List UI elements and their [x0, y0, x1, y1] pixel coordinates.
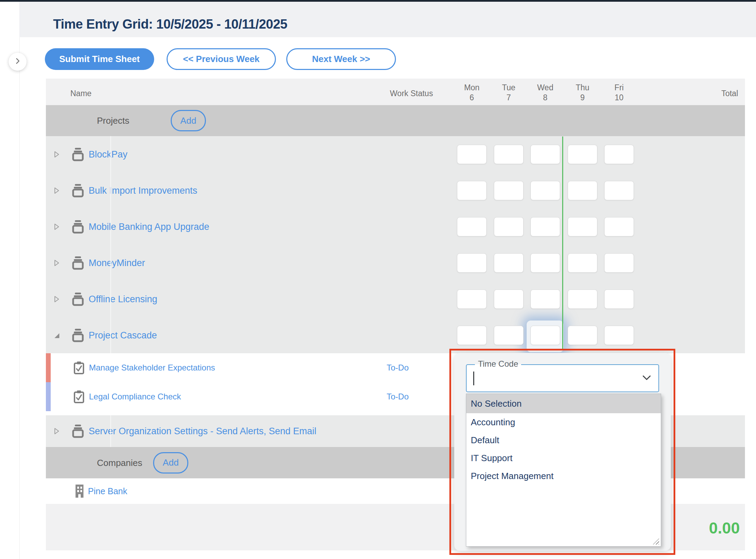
hours-input[interactable]: [530, 217, 560, 236]
hours-input[interactable]: [530, 326, 560, 345]
project-row-mobile-banking-app-upgrade: Mobile Banking App Upgrade: [46, 209, 745, 245]
hours-input[interactable]: [530, 145, 560, 164]
page-title: Time Entry Grid: 10/5/2025 - 10/11/2025: [53, 17, 287, 32]
hours-input[interactable]: [568, 145, 597, 164]
day-date: 6: [457, 93, 487, 103]
hours-input[interactable]: [457, 326, 487, 345]
hours-input[interactable]: [530, 289, 560, 309]
hours-input[interactable]: [568, 289, 597, 309]
time-code-label: Time Code: [475, 359, 521, 369]
hours-input[interactable]: [530, 181, 560, 200]
day-header-mon: Mon6: [457, 83, 487, 103]
hours-input[interactable]: [494, 253, 524, 273]
column-header-work-status: Work Status: [377, 89, 446, 98]
project-link[interactable]: Bulk Import Improvements: [89, 185, 197, 196]
hours-input[interactable]: [457, 145, 487, 164]
resize-handle-icon[interactable]: [653, 538, 659, 545]
project-icon: [71, 148, 84, 161]
hours-input[interactable]: [568, 181, 597, 200]
project-row-bulk-import-improvements: Bulk Import Improvements: [46, 172, 745, 209]
chevron-down-icon[interactable]: [642, 375, 651, 382]
project-row-moneyminder: MoneyMinder: [46, 245, 745, 281]
expand-toggle-icon[interactable]: [53, 259, 60, 267]
hours-input[interactable]: [457, 289, 487, 309]
task-color-bar: [46, 353, 51, 382]
hours-input[interactable]: [568, 326, 597, 345]
day-header-thu: Thu9: [568, 83, 597, 103]
previous-week-button[interactable]: << Previous Week: [167, 48, 276, 70]
expand-toggle-icon[interactable]: [53, 427, 60, 435]
hours-input[interactable]: [494, 289, 524, 309]
add-company-button[interactable]: Add: [153, 452, 188, 474]
grand-total-value: 0.00: [676, 519, 740, 537]
day-name: Thu: [568, 83, 597, 93]
option-accounting[interactable]: Accounting: [466, 413, 661, 431]
hours-input[interactable]: [604, 181, 634, 200]
project-link[interactable]: MoneyMinder: [89, 257, 145, 268]
work-status-link[interactable]: To-Do: [377, 392, 418, 402]
option-no-selection[interactable]: No Selection: [466, 394, 661, 413]
hours-input[interactable]: [604, 145, 634, 164]
projects-section-header: Projects Add: [46, 105, 745, 136]
chevron-right-icon: [13, 57, 22, 67]
task-link[interactable]: Legal Compliance Check: [89, 392, 181, 402]
task-clipboard-icon: [73, 390, 84, 403]
day-header-fri: Fri10: [604, 83, 634, 103]
project-link[interactable]: Project Cascade: [89, 330, 157, 341]
day-date: 7: [494, 93, 524, 103]
hours-input[interactable]: [604, 326, 634, 345]
hours-input[interactable]: [494, 326, 524, 345]
project-row-blockpay: BlockPay: [46, 136, 745, 172]
option-default[interactable]: Default: [466, 431, 661, 449]
today-marker-line: [562, 136, 563, 350]
collapse-toggle-icon[interactable]: [53, 332, 60, 339]
submit-timesheet-button[interactable]: Submit Time Sheet: [45, 48, 154, 70]
companies-section-label: Companies: [97, 457, 142, 468]
column-header-name: Name: [70, 89, 91, 98]
hours-input[interactable]: [494, 145, 524, 164]
hours-input[interactable]: [604, 289, 634, 309]
expand-toggle-icon[interactable]: [53, 151, 60, 158]
day-date: 8: [530, 93, 560, 103]
company-link[interactable]: Pine Bank: [88, 486, 127, 496]
project-icon: [71, 328, 84, 342]
expand-toggle-icon[interactable]: [53, 187, 60, 194]
hours-input[interactable]: [604, 253, 634, 273]
expand-toggle-icon[interactable]: [53, 295, 60, 303]
company-building-icon: [75, 484, 84, 498]
project-link[interactable]: Server Organization Settings - Send Aler…: [89, 426, 316, 437]
left-panel-divider: [19, 37, 20, 559]
hours-input[interactable]: [568, 253, 597, 273]
project-icon: [71, 292, 84, 306]
day-name: Tue: [494, 83, 524, 93]
day-header-tue: Tue7: [494, 83, 524, 103]
option-it-support[interactable]: IT Support: [466, 449, 661, 467]
hours-input[interactable]: [568, 217, 597, 236]
column-header-total: Total: [704, 89, 738, 98]
project-link[interactable]: Offline Licensing: [89, 294, 157, 304]
column-separator: [110, 281, 111, 317]
day-name: Fri: [604, 83, 634, 93]
hours-input[interactable]: [457, 181, 487, 200]
next-week-button[interactable]: Next Week >>: [286, 48, 396, 70]
hours-input[interactable]: [457, 217, 487, 236]
project-icon: [71, 184, 84, 197]
text-cursor: [473, 372, 474, 385]
work-status-link[interactable]: To-Do: [377, 363, 418, 373]
expand-panel-button[interactable]: [9, 53, 27, 71]
project-link[interactable]: BlockPay: [89, 149, 128, 160]
expand-toggle-icon[interactable]: [53, 223, 60, 231]
column-separator: [110, 136, 111, 172]
hours-input[interactable]: [494, 181, 524, 200]
project-link[interactable]: Mobile Banking App Upgrade: [89, 221, 209, 232]
option-project-management[interactable]: Project Management: [466, 467, 661, 485]
add-project-button[interactable]: Add: [171, 110, 206, 131]
time-entry-page: Time Entry Grid: 10/5/2025 - 10/11/2025 …: [0, 0, 756, 559]
hours-input[interactable]: [457, 253, 487, 273]
hours-input[interactable]: [530, 253, 560, 273]
column-separator: [110, 415, 111, 447]
hours-input[interactable]: [604, 217, 634, 236]
hours-input[interactable]: [494, 217, 524, 236]
day-date: 10: [604, 93, 634, 103]
task-link[interactable]: Manage Stakeholder Expectations: [89, 363, 215, 373]
